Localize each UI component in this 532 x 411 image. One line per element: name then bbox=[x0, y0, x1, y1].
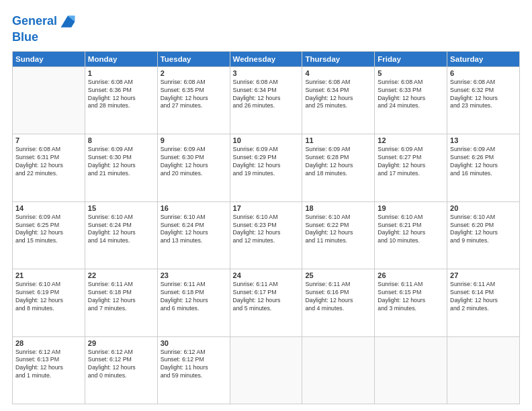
calendar-week-row: 28Sunrise: 6:12 AM Sunset: 6:13 PM Dayli… bbox=[13, 336, 520, 404]
calendar-cell: 25Sunrise: 6:11 AM Sunset: 6:16 PM Dayli… bbox=[302, 269, 375, 336]
day-info: Sunrise: 6:10 AM Sunset: 6:22 PM Dayligh… bbox=[305, 214, 371, 246]
calendar-cell: 1Sunrise: 6:08 AM Sunset: 6:36 PM Daylig… bbox=[85, 66, 157, 134]
calendar-cell: 22Sunrise: 6:11 AM Sunset: 6:18 PM Dayli… bbox=[85, 269, 157, 336]
day-info: Sunrise: 6:10 AM Sunset: 6:24 PM Dayligh… bbox=[88, 214, 154, 246]
calendar-cell bbox=[447, 336, 520, 404]
calendar-cell: 21Sunrise: 6:10 AM Sunset: 6:19 PM Dayli… bbox=[13, 269, 85, 336]
day-info: Sunrise: 6:11 AM Sunset: 6:14 PM Dayligh… bbox=[450, 281, 517, 313]
calendar-cell: 10Sunrise: 6:09 AM Sunset: 6:29 PM Dayli… bbox=[230, 134, 302, 201]
calendar-cell: 29Sunrise: 6:12 AM Sunset: 6:12 PM Dayli… bbox=[85, 336, 157, 404]
logo-text-blue: Blue bbox=[12, 31, 77, 44]
calendar-cell: 12Sunrise: 6:09 AM Sunset: 6:27 PM Dayli… bbox=[375, 134, 447, 201]
calendar-cell: 18Sunrise: 6:10 AM Sunset: 6:22 PM Dayli… bbox=[302, 201, 375, 269]
calendar-cell: 7Sunrise: 6:08 AM Sunset: 6:31 PM Daylig… bbox=[13, 134, 85, 201]
calendar-cell: 16Sunrise: 6:10 AM Sunset: 6:24 PM Dayli… bbox=[157, 201, 230, 269]
day-info: Sunrise: 6:11 AM Sunset: 6:18 PM Dayligh… bbox=[161, 281, 227, 313]
logo-text: General bbox=[12, 15, 57, 28]
day-number: 6 bbox=[450, 69, 517, 77]
day-number: 23 bbox=[161, 271, 227, 279]
day-info: Sunrise: 6:10 AM Sunset: 6:24 PM Dayligh… bbox=[161, 214, 227, 246]
day-number: 24 bbox=[233, 271, 300, 279]
day-info: Sunrise: 6:09 AM Sunset: 6:27 PM Dayligh… bbox=[378, 146, 444, 178]
day-number: 17 bbox=[233, 204, 300, 212]
day-info: Sunrise: 6:10 AM Sunset: 6:19 PM Dayligh… bbox=[15, 281, 82, 313]
calendar-cell: 5Sunrise: 6:08 AM Sunset: 6:33 PM Daylig… bbox=[375, 66, 447, 134]
day-number: 21 bbox=[15, 271, 82, 279]
day-info: Sunrise: 6:12 AM Sunset: 6:13 PM Dayligh… bbox=[15, 349, 82, 381]
day-info: Sunrise: 6:10 AM Sunset: 6:21 PM Dayligh… bbox=[378, 214, 444, 246]
calendar-day-header: Saturday bbox=[447, 51, 520, 66]
day-info: Sunrise: 6:08 AM Sunset: 6:33 PM Dayligh… bbox=[378, 79, 444, 111]
day-number: 12 bbox=[378, 136, 444, 144]
logo-icon bbox=[58, 12, 77, 31]
day-number: 18 bbox=[305, 204, 371, 212]
calendar-week-row: 21Sunrise: 6:10 AM Sunset: 6:19 PM Dayli… bbox=[13, 269, 520, 336]
calendar-week-row: 1Sunrise: 6:08 AM Sunset: 6:36 PM Daylig… bbox=[13, 66, 520, 134]
day-number: 4 bbox=[305, 69, 371, 77]
day-number: 25 bbox=[305, 271, 371, 279]
day-number: 10 bbox=[233, 136, 300, 144]
day-number: 20 bbox=[450, 204, 517, 212]
day-number: 19 bbox=[378, 204, 444, 212]
day-number: 5 bbox=[378, 69, 444, 77]
calendar-day-header: Thursday bbox=[302, 51, 375, 66]
calendar-cell bbox=[230, 336, 302, 404]
day-number: 29 bbox=[88, 339, 154, 347]
calendar-header-row: SundayMondayTuesdayWednesdayThursdayFrid… bbox=[13, 51, 520, 66]
logo: General Blue bbox=[12, 12, 77, 44]
day-info: Sunrise: 6:09 AM Sunset: 6:28 PM Dayligh… bbox=[305, 146, 371, 178]
day-number: 28 bbox=[15, 339, 82, 347]
day-number: 16 bbox=[161, 204, 227, 212]
calendar-cell: 19Sunrise: 6:10 AM Sunset: 6:21 PM Dayli… bbox=[375, 201, 447, 269]
day-info: Sunrise: 6:08 AM Sunset: 6:35 PM Dayligh… bbox=[161, 79, 227, 111]
day-number: 14 bbox=[15, 204, 82, 212]
day-number: 1 bbox=[88, 69, 154, 77]
day-number: 2 bbox=[161, 69, 227, 77]
header: General Blue bbox=[12, 12, 520, 44]
day-info: Sunrise: 6:10 AM Sunset: 6:23 PM Dayligh… bbox=[233, 214, 300, 246]
day-info: Sunrise: 6:08 AM Sunset: 6:31 PM Dayligh… bbox=[15, 146, 82, 178]
day-number: 3 bbox=[233, 69, 300, 77]
day-info: Sunrise: 6:09 AM Sunset: 6:30 PM Dayligh… bbox=[161, 146, 227, 178]
day-info: Sunrise: 6:09 AM Sunset: 6:29 PM Dayligh… bbox=[233, 146, 300, 178]
day-info: Sunrise: 6:08 AM Sunset: 6:32 PM Dayligh… bbox=[450, 79, 517, 111]
calendar-cell: 24Sunrise: 6:11 AM Sunset: 6:17 PM Dayli… bbox=[230, 269, 302, 336]
day-number: 27 bbox=[450, 271, 517, 279]
day-number: 9 bbox=[161, 136, 227, 144]
calendar-cell: 11Sunrise: 6:09 AM Sunset: 6:28 PM Dayli… bbox=[302, 134, 375, 201]
day-number: 11 bbox=[305, 136, 371, 144]
calendar-day-header: Monday bbox=[85, 51, 157, 66]
day-info: Sunrise: 6:08 AM Sunset: 6:34 PM Dayligh… bbox=[233, 79, 300, 111]
calendar-table: SundayMondayTuesdayWednesdayThursdayFrid… bbox=[12, 51, 520, 404]
calendar-cell: 15Sunrise: 6:10 AM Sunset: 6:24 PM Dayli… bbox=[85, 201, 157, 269]
calendar-week-row: 7Sunrise: 6:08 AM Sunset: 6:31 PM Daylig… bbox=[13, 134, 520, 201]
day-info: Sunrise: 6:12 AM Sunset: 6:12 PM Dayligh… bbox=[161, 349, 227, 381]
calendar-day-header: Wednesday bbox=[230, 51, 302, 66]
day-number: 22 bbox=[88, 271, 154, 279]
calendar-cell: 3Sunrise: 6:08 AM Sunset: 6:34 PM Daylig… bbox=[230, 66, 302, 134]
calendar-day-header: Tuesday bbox=[157, 51, 230, 66]
day-info: Sunrise: 6:09 AM Sunset: 6:30 PM Dayligh… bbox=[88, 146, 154, 178]
calendar-cell: 2Sunrise: 6:08 AM Sunset: 6:35 PM Daylig… bbox=[157, 66, 230, 134]
day-info: Sunrise: 6:09 AM Sunset: 6:25 PM Dayligh… bbox=[15, 214, 82, 246]
day-number: 26 bbox=[378, 271, 444, 279]
day-info: Sunrise: 6:08 AM Sunset: 6:36 PM Dayligh… bbox=[88, 79, 154, 111]
calendar-cell: 28Sunrise: 6:12 AM Sunset: 6:13 PM Dayli… bbox=[13, 336, 85, 404]
calendar-cell bbox=[13, 66, 85, 134]
calendar-cell: 17Sunrise: 6:10 AM Sunset: 6:23 PM Dayli… bbox=[230, 201, 302, 269]
calendar-cell: 13Sunrise: 6:09 AM Sunset: 6:26 PM Dayli… bbox=[447, 134, 520, 201]
calendar-cell: 8Sunrise: 6:09 AM Sunset: 6:30 PM Daylig… bbox=[85, 134, 157, 201]
calendar-cell: 26Sunrise: 6:11 AM Sunset: 6:15 PM Dayli… bbox=[375, 269, 447, 336]
calendar-cell: 30Sunrise: 6:12 AM Sunset: 6:12 PM Dayli… bbox=[157, 336, 230, 404]
calendar-week-row: 14Sunrise: 6:09 AM Sunset: 6:25 PM Dayli… bbox=[13, 201, 520, 269]
day-number: 8 bbox=[88, 136, 154, 144]
day-info: Sunrise: 6:10 AM Sunset: 6:20 PM Dayligh… bbox=[450, 214, 517, 246]
calendar-cell: 23Sunrise: 6:11 AM Sunset: 6:18 PM Dayli… bbox=[157, 269, 230, 336]
calendar-cell bbox=[302, 336, 375, 404]
day-info: Sunrise: 6:09 AM Sunset: 6:26 PM Dayligh… bbox=[450, 146, 517, 178]
day-number: 7 bbox=[15, 136, 82, 144]
day-info: Sunrise: 6:11 AM Sunset: 6:17 PM Dayligh… bbox=[233, 281, 300, 313]
day-info: Sunrise: 6:11 AM Sunset: 6:18 PM Dayligh… bbox=[88, 281, 154, 313]
calendar-cell bbox=[375, 336, 447, 404]
day-number: 15 bbox=[88, 204, 154, 212]
